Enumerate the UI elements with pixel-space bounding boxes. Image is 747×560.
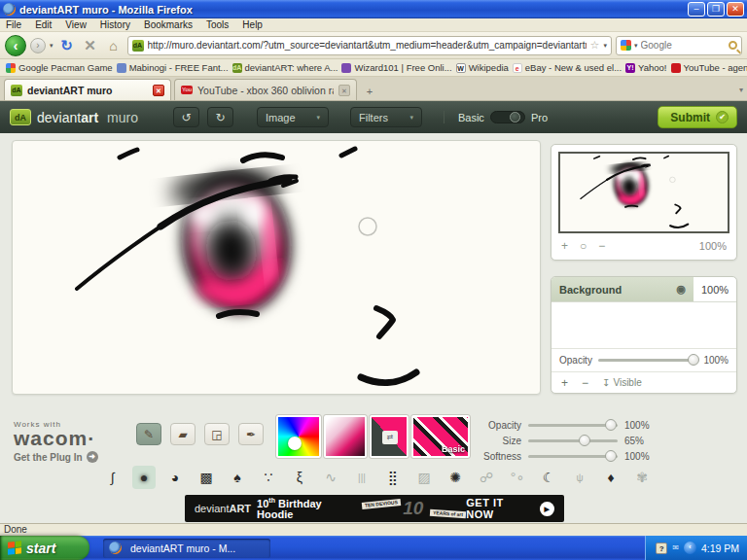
brush-soft-round[interactable]: ● [132,466,156,489]
remove-layer-button[interactable]: − [582,376,588,390]
shade-gradient-picker[interactable] [324,415,367,458]
url-bar[interactable]: dA ☆ ▾ [127,36,612,55]
toggle-knob[interactable] [510,112,520,122]
layer-visible-toggle[interactable]: ↧ Visible [602,377,642,388]
drawing-canvas[interactable] [12,140,541,395]
brush-smooth-curve[interactable]: ∿ [319,466,342,489]
start-button[interactable]: start [0,536,89,560]
brush-scribble[interactable]: ξ [288,466,311,489]
tab-list-dropdown-icon[interactable]: ▾ [739,86,743,100]
url-dropdown-icon[interactable]: ▾ [603,42,607,50]
bookmark-youtube[interactable]: YouTube - agent2401'... [671,62,747,73]
navigator-preview[interactable] [558,152,729,233]
brush-droplet[interactable]: ♦ [599,466,622,489]
slider-knob[interactable] [605,450,617,462]
menu-file[interactable]: File [6,19,21,30]
brush-halftone-dots[interactable]: ⣿ [381,466,405,489]
foreground-background-swatch[interactable]: ⇄ [370,415,409,458]
brush-preview-swatch[interactable]: Basic [411,415,470,458]
brush-crosshatch[interactable]: ▩ [195,466,218,489]
search-icon[interactable] [729,41,737,50]
menu-edit[interactable]: Edit [35,19,52,30]
zoom-fit-button[interactable]: ○ [580,239,587,253]
bookmark-yahoo[interactable]: Y!Yahoo! [625,62,666,73]
softness-slider[interactable] [528,455,618,458]
brush-wet-blob[interactable]: ♠ [226,466,249,489]
bookmark-mabinogi[interactable]: Mabinogi - FREE Fant... [117,62,229,73]
home-button[interactable]: ⌂ [104,38,124,53]
taskbar-item-firefox[interactable]: deviantART muro - M... [103,539,270,558]
brush-pen-squiggle[interactable]: ∫ [101,466,124,489]
filters-menu-button[interactable]: Filters▾ [350,107,422,127]
hoodie-ad-banner[interactable]: deviantART 10th Birthday Hoodie 10 TEN D… [185,495,564,522]
restore-button[interactable]: ❐ [707,2,725,17]
tab-deviantart-muro[interactable]: dA deviantART muro ✕ [4,79,171,100]
brush-tool-button[interactable]: ✎ [136,423,161,445]
brush-chain-links[interactable]: ☍ [475,466,498,489]
bookmark-star-icon[interactable]: ☆ [590,39,600,52]
forward-button[interactable]: › [30,38,46,53]
bookmark-deviantart[interactable]: dAdeviantART: where A... [232,62,338,73]
menu-help[interactable]: Help [242,19,263,30]
submit-button[interactable]: Submit ✔ [658,106,737,128]
brush-textured-sphere[interactable]: ✾ [630,466,654,489]
zoom-in-button[interactable]: + [561,239,568,253]
image-menu-button[interactable]: Image▾ [257,107,329,127]
search-box[interactable]: ▾ [616,36,742,55]
color-wheel-selector[interactable] [288,437,302,450]
history-dropdown-icon[interactable]: ▾ [50,42,53,50]
slider-knob[interactable] [605,419,617,431]
bookmark-wizard101[interactable]: Wizard101 | Free Onli... [341,62,451,73]
url-input[interactable] [148,40,587,51]
basic-pro-toggle[interactable] [490,111,525,123]
layer-opacity-slider[interactable] [598,359,698,362]
redo-button[interactable]: ↻ [207,107,233,127]
get-it-now-button[interactable]: GET IT NOW ▶ [466,497,554,520]
menu-bookmarks[interactable]: Bookmarks [144,19,193,30]
stop-button[interactable]: ✕ [81,37,100,54]
brush-branch[interactable]: ψ [568,466,591,489]
bookmark-wikipedia[interactable]: WWikipedia [456,62,509,73]
tab-close-icon[interactable]: ✕ [153,85,164,96]
tab-close-icon[interactable]: ✕ [338,85,350,96]
minimize-button[interactable]: – [688,2,705,17]
brush-splatter-star[interactable]: ✺ [444,466,467,489]
bookmark-ebay[interactable]: eeBay - New & used el... [513,62,622,73]
add-layer-button[interactable]: + [561,376,568,390]
search-input[interactable] [641,40,726,51]
brush-ink-halfmoon[interactable]: ◕ [163,466,187,489]
menu-history[interactable]: History [100,19,130,30]
swap-colors-icon[interactable]: ⇄ [382,431,398,444]
refresh-button[interactable]: ↻ [57,37,77,54]
zoom-out-button[interactable]: − [598,239,605,253]
tray-misc-icon[interactable]: ✉ [672,543,679,552]
fill-bucket-tool-button[interactable]: ◲ [204,423,230,445]
hide-icons-chevron[interactable]: ‹ [684,542,696,554]
close-button[interactable]: ✕ [727,2,744,17]
color-wheel[interactable] [276,415,321,458]
back-button[interactable]: ‹ [5,35,26,56]
brush-vertical-lines[interactable]: ||| [350,466,374,489]
brush-diagonal-hatch[interactable]: ▨ [412,466,436,489]
slider-knob[interactable] [688,354,699,366]
layer-row-background[interactable]: Background ◉ 100% [551,277,736,302]
size-slider[interactable] [528,439,618,442]
eraser-tool-button[interactable]: ▰ [170,423,196,445]
undo-button[interactable]: ↺ [173,107,199,127]
opacity-slider[interactable] [528,424,618,427]
tab-youtube[interactable]: You YouTube - xbox 360 oblivion rare arm… [174,79,357,100]
slider-knob[interactable] [579,435,590,446]
search-engine-dropdown-icon[interactable]: ▾ [634,42,638,50]
brush-spatter-dots[interactable]: ∵ [257,466,280,489]
brush-shell-swirl[interactable]: ☾ [537,466,560,489]
brush-bubbles[interactable]: °∘ [506,466,529,489]
menu-tools[interactable]: Tools [206,19,229,30]
get-plugin-link[interactable]: Get the Plug In ➜ [14,451,98,463]
menu-view[interactable]: View [65,19,87,30]
deviantart-icon: dA [232,63,242,73]
layer-select-radio-icon[interactable]: ◉ [676,283,686,296]
eyedropper-tool-button[interactable]: ✒ [238,423,264,445]
new-tab-button[interactable]: + [360,83,379,100]
bookmark-google-pacman[interactable]: Google Pacman Game [6,62,113,73]
tray-help-icon[interactable]: ? [656,542,667,554]
